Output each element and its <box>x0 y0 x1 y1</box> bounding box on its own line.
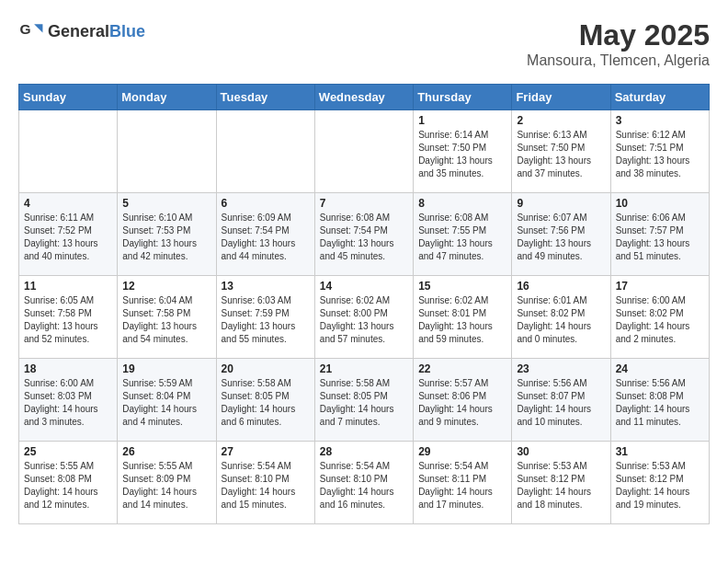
day-number: 15 <box>418 280 506 293</box>
calendar-cell: 9Sunrise: 6:07 AMSunset: 7:56 PMDaylight… <box>512 193 610 276</box>
day-number: 16 <box>517 280 605 293</box>
day-number: 28 <box>320 445 408 458</box>
day-info: Sunrise: 6:03 AMSunset: 7:59 PMDaylight:… <box>222 294 310 346</box>
header-saturday: Saturday <box>610 85 709 110</box>
calendar-cell: 27Sunrise: 5:54 AMSunset: 8:10 PMDayligh… <box>216 442 314 524</box>
day-info: Sunrise: 6:00 AMSunset: 8:03 PMDaylight:… <box>24 377 112 429</box>
logo-text-general: General <box>48 22 109 41</box>
week-row-5: 25Sunrise: 5:55 AMSunset: 8:08 PMDayligh… <box>19 442 710 524</box>
calendar-cell <box>314 110 413 193</box>
calendar-cell: 20Sunrise: 5:58 AMSunset: 8:05 PMDayligh… <box>216 359 314 442</box>
day-number: 11 <box>24 280 112 293</box>
calendar-cell: 6Sunrise: 6:09 AMSunset: 7:54 PMDaylight… <box>216 193 314 276</box>
day-info: Sunrise: 6:02 AMSunset: 8:01 PMDaylight:… <box>418 294 506 346</box>
day-info: Sunrise: 6:06 AMSunset: 7:57 PMDaylight:… <box>616 212 704 263</box>
calendar-cell: 5Sunrise: 6:10 AMSunset: 7:53 PMDaylight… <box>118 193 216 276</box>
day-number: 5 <box>122 197 210 210</box>
day-number: 23 <box>517 362 605 375</box>
calendar-cell: 19Sunrise: 5:59 AMSunset: 8:04 PMDayligh… <box>118 359 216 442</box>
day-number: 8 <box>418 197 506 210</box>
logo-text-blue: Blue <box>109 22 145 41</box>
day-info: Sunrise: 6:07 AMSunset: 7:56 PMDaylight:… <box>517 212 605 263</box>
day-info: Sunrise: 5:55 AMSunset: 8:08 PMDaylight:… <box>24 460 112 511</box>
day-number: 1 <box>418 114 506 127</box>
day-info: Sunrise: 6:13 AMSunset: 7:50 PMDaylight:… <box>517 129 605 180</box>
day-number: 30 <box>517 445 605 458</box>
calendar-cell: 12Sunrise: 6:04 AMSunset: 7:58 PMDayligh… <box>118 276 216 359</box>
calendar-cell: 8Sunrise: 6:08 AMSunset: 7:55 PMDaylight… <box>414 193 512 276</box>
calendar-cell: 15Sunrise: 6:02 AMSunset: 8:01 PMDayligh… <box>414 276 512 359</box>
month-year: May 2025 <box>527 18 710 52</box>
week-row-4: 18Sunrise: 6:00 AMSunset: 8:03 PMDayligh… <box>19 359 710 442</box>
header-sunday: Sunday <box>19 85 118 110</box>
calendar-cell: 22Sunrise: 5:57 AMSunset: 8:06 PMDayligh… <box>414 359 512 442</box>
day-info: Sunrise: 6:12 AMSunset: 7:51 PMDaylight:… <box>616 129 704 180</box>
header-thursday: Thursday <box>414 85 512 110</box>
calendar-cell: 10Sunrise: 6:06 AMSunset: 7:57 PMDayligh… <box>610 193 709 276</box>
day-number: 6 <box>222 197 310 210</box>
calendar-table: SundayMondayTuesdayWednesdayThursdayFrid… <box>18 84 710 524</box>
calendar-cell: 13Sunrise: 6:03 AMSunset: 7:59 PMDayligh… <box>216 276 314 359</box>
day-info: Sunrise: 6:02 AMSunset: 8:00 PMDaylight:… <box>320 294 408 346</box>
day-number: 22 <box>418 362 506 375</box>
day-number: 20 <box>222 362 310 375</box>
header-tuesday: Tuesday <box>216 85 314 110</box>
header-wednesday: Wednesday <box>314 85 413 110</box>
calendar-cell: 17Sunrise: 6:00 AMSunset: 8:02 PMDayligh… <box>610 276 709 359</box>
day-info: Sunrise: 6:00 AMSunset: 8:02 PMDaylight:… <box>616 294 704 346</box>
day-number: 2 <box>517 114 605 127</box>
day-number: 31 <box>616 445 704 458</box>
day-number: 26 <box>122 445 210 458</box>
calendar-cell: 21Sunrise: 5:58 AMSunset: 8:05 PMDayligh… <box>314 359 413 442</box>
day-number: 7 <box>320 197 408 210</box>
logo-icon: G <box>18 18 44 44</box>
calendar-cell <box>19 110 118 193</box>
day-number: 12 <box>122 280 210 293</box>
day-info: Sunrise: 6:04 AMSunset: 7:58 PMDaylight:… <box>122 294 210 346</box>
calendar-cell: 25Sunrise: 5:55 AMSunset: 8:08 PMDayligh… <box>19 442 118 524</box>
day-number: 18 <box>24 362 112 375</box>
header-monday: Monday <box>118 85 216 110</box>
day-number: 25 <box>24 445 112 458</box>
calendar-cell: 26Sunrise: 5:55 AMSunset: 8:09 PMDayligh… <box>118 442 216 524</box>
calendar-cell: 11Sunrise: 6:05 AMSunset: 7:58 PMDayligh… <box>19 276 118 359</box>
week-row-2: 4Sunrise: 6:11 AMSunset: 7:52 PMDaylight… <box>19 193 710 276</box>
calendar-cell: 4Sunrise: 6:11 AMSunset: 7:52 PMDaylight… <box>19 193 118 276</box>
logo: G GeneralBlue <box>18 18 145 44</box>
day-number: 29 <box>418 445 506 458</box>
header-row: SundayMondayTuesdayWednesdayThursdayFrid… <box>19 85 710 110</box>
day-info: Sunrise: 5:56 AMSunset: 8:07 PMDaylight:… <box>517 377 605 429</box>
week-row-3: 11Sunrise: 6:05 AMSunset: 7:58 PMDayligh… <box>19 276 710 359</box>
calendar-cell <box>216 110 314 193</box>
day-info: Sunrise: 6:11 AMSunset: 7:52 PMDaylight:… <box>24 212 112 263</box>
week-row-1: 1Sunrise: 6:14 AMSunset: 7:50 PMDaylight… <box>19 110 710 193</box>
day-number: 17 <box>616 280 704 293</box>
location: Mansoura, Tlemcen, Algeria <box>527 52 710 69</box>
day-info: Sunrise: 6:01 AMSunset: 8:02 PMDaylight:… <box>517 294 605 346</box>
calendar-cell: 30Sunrise: 5:53 AMSunset: 8:12 PMDayligh… <box>512 442 610 524</box>
header-friday: Friday <box>512 85 610 110</box>
day-number: 4 <box>24 197 112 210</box>
day-info: Sunrise: 5:54 AMSunset: 8:10 PMDaylight:… <box>222 460 310 511</box>
svg-marker-1 <box>34 24 42 32</box>
day-info: Sunrise: 5:59 AMSunset: 8:04 PMDaylight:… <box>122 377 210 429</box>
title-block: May 2025 Mansoura, Tlemcen, Algeria <box>527 18 710 69</box>
day-info: Sunrise: 6:09 AMSunset: 7:54 PMDaylight:… <box>222 212 310 263</box>
day-info: Sunrise: 5:53 AMSunset: 8:12 PMDaylight:… <box>616 460 704 511</box>
calendar-cell: 16Sunrise: 6:01 AMSunset: 8:02 PMDayligh… <box>512 276 610 359</box>
calendar-cell <box>118 110 216 193</box>
calendar-cell: 18Sunrise: 6:00 AMSunset: 8:03 PMDayligh… <box>19 359 118 442</box>
day-info: Sunrise: 5:55 AMSunset: 8:09 PMDaylight:… <box>122 460 210 511</box>
day-info: Sunrise: 5:54 AMSunset: 8:10 PMDaylight:… <box>320 460 408 511</box>
calendar-cell: 23Sunrise: 5:56 AMSunset: 8:07 PMDayligh… <box>512 359 610 442</box>
day-number: 3 <box>616 114 704 127</box>
calendar-cell: 2Sunrise: 6:13 AMSunset: 7:50 PMDaylight… <box>512 110 610 193</box>
day-info: Sunrise: 6:08 AMSunset: 7:54 PMDaylight:… <box>320 212 408 263</box>
day-number: 13 <box>222 280 310 293</box>
day-info: Sunrise: 5:53 AMSunset: 8:12 PMDaylight:… <box>517 460 605 511</box>
calendar-cell: 31Sunrise: 5:53 AMSunset: 8:12 PMDayligh… <box>610 442 709 524</box>
calendar-cell: 1Sunrise: 6:14 AMSunset: 7:50 PMDaylight… <box>414 110 512 193</box>
calendar-cell: 24Sunrise: 5:56 AMSunset: 8:08 PMDayligh… <box>610 359 709 442</box>
calendar-cell: 14Sunrise: 6:02 AMSunset: 8:00 PMDayligh… <box>314 276 413 359</box>
day-info: Sunrise: 5:54 AMSunset: 8:11 PMDaylight:… <box>418 460 506 511</box>
